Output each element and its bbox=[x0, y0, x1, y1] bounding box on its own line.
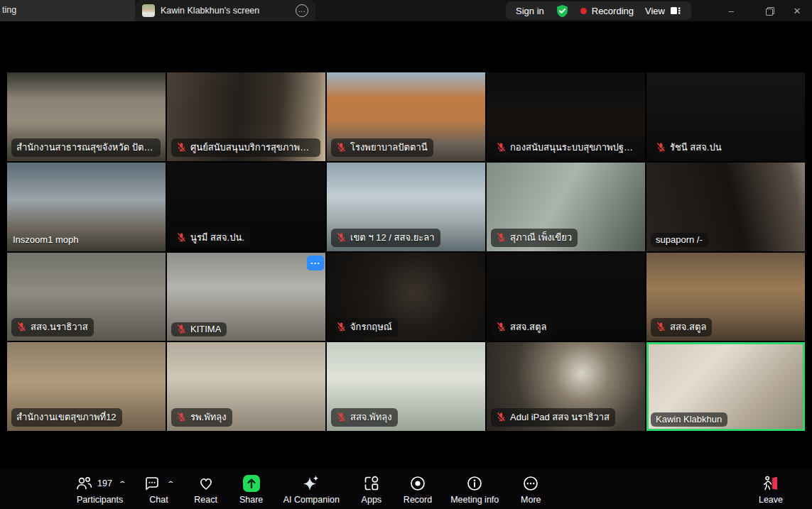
video-tile[interactable]: สำนักงานเขตสุขภาพที่12 bbox=[7, 342, 166, 431]
participant-nameplate: จักรกฤษณ์ bbox=[331, 318, 398, 336]
muted-mic-icon bbox=[176, 324, 187, 334]
muted-mic-icon bbox=[176, 142, 187, 153]
video-tile[interactable]: รพ.พัทลุง bbox=[167, 342, 325, 431]
participant-name: supaporn /- bbox=[656, 234, 703, 245]
video-tile[interactable]: กองสนับสนุนระบบสุขภาพปฐมภูมิ bbox=[487, 72, 645, 161]
participant-nameplate: สำนักงานสาธารณสุขจังหวัด ปัตตานี bbox=[11, 138, 161, 157]
video-tile[interactable]: รัชนี สสจ.ปน bbox=[646, 72, 805, 161]
participant-name: สสจ.สตูล bbox=[510, 319, 546, 334]
muted-mic-icon bbox=[336, 232, 347, 243]
participant-nameplate: รพ.พัทลุง bbox=[171, 408, 232, 427]
participants-button[interactable]: 197 ⌃ Participants bbox=[65, 471, 134, 506]
participant-nameplate: โรงพยาบาลปัตตานี bbox=[331, 138, 433, 157]
heart-icon bbox=[197, 475, 215, 492]
video-tile[interactable]: supaporn /- bbox=[646, 163, 805, 251]
presenter-avatar bbox=[142, 4, 155, 17]
participant-name: สสจ.นราธิวาส bbox=[31, 319, 88, 334]
video-tile[interactable]: สุภาณี เพ็งเขียว bbox=[487, 163, 645, 251]
participant-name: นูรมี สสจ.ปน. bbox=[190, 230, 244, 245]
tab-strip: ting bbox=[0, 0, 135, 21]
video-tile[interactable]: สำนักงานสาธารณสุขจังหวัด ปัตตานี bbox=[7, 72, 166, 161]
participant-name: สำนักงานสาธารณสุขจังหวัด ปัตตานี bbox=[16, 140, 155, 155]
muted-mic-icon bbox=[496, 322, 507, 332]
view-button[interactable]: View bbox=[645, 6, 681, 16]
participants-icon bbox=[75, 476, 93, 491]
video-tile[interactable]: โรงพยาบาลปัตตานี bbox=[327, 72, 485, 161]
view-layout-icon bbox=[670, 6, 681, 16]
video-tile[interactable]: ศูนย์สนับสนุนบริการสุขภาพที่ 12 bbox=[167, 72, 325, 161]
video-tile[interactable]: นูรมี สสจ.ปน. bbox=[167, 163, 325, 251]
participants-count: 197 bbox=[97, 478, 112, 488]
window-minimize-button[interactable]: – bbox=[719, 0, 743, 21]
participant-name: รัชนี สสจ.ปน bbox=[670, 140, 722, 155]
participant-nameplate: สสจ.สตูล bbox=[651, 318, 712, 336]
video-tile[interactable]: สสจ.นราธิวาส bbox=[7, 253, 166, 341]
restore-icon bbox=[766, 7, 773, 14]
share-button[interactable]: Share bbox=[229, 471, 274, 506]
video-tile[interactable]: เขต ฯ 12 / สสจ.ยะลา bbox=[327, 163, 485, 251]
participant-nameplate: สุภาณี เพ็งเขียว bbox=[491, 229, 578, 247]
chat-icon bbox=[144, 475, 161, 492]
participant-name: สสจ.สตูล bbox=[670, 319, 706, 334]
video-tile[interactable]: KITIMA ... bbox=[167, 253, 325, 341]
window-restore-button[interactable] bbox=[757, 0, 781, 21]
muted-mic-icon bbox=[496, 232, 507, 243]
participant-name: สำนักงานเขตสุขภาพที่12 bbox=[16, 410, 117, 425]
video-tile[interactable]: Inszoom1 moph bbox=[7, 163, 166, 251]
video-tile[interactable]: สสจ.สตูล bbox=[646, 253, 805, 341]
muted-mic-icon bbox=[496, 412, 507, 422]
apps-button[interactable]: Apps bbox=[349, 471, 394, 506]
share-screen-icon bbox=[242, 474, 261, 493]
video-tile[interactable]: สสจ.สตูล bbox=[487, 253, 645, 341]
meeting-toolbar: 197 ⌃ Participants ⌃ Chat bbox=[0, 469, 812, 509]
muted-mic-icon bbox=[176, 232, 187, 243]
meeting-info-button[interactable]: Meeting info bbox=[441, 471, 508, 506]
tab-options-icon[interactable]: … bbox=[296, 4, 308, 17]
tile-more-button[interactable]: ... bbox=[307, 256, 324, 270]
video-tile[interactable]: Adul iPad สสจ นราธิวาส bbox=[487, 342, 645, 431]
active-screen-tab[interactable]: Kawin Klabkhun's screen … bbox=[135, 0, 315, 21]
record-button[interactable]: Record bbox=[394, 471, 441, 506]
react-button[interactable]: React bbox=[183, 471, 229, 506]
ai-companion-button[interactable]: AI Companion bbox=[274, 471, 349, 506]
participant-nameplate: Adul iPad สสจ นราธิวาส bbox=[491, 408, 615, 427]
more-ellipsis-icon bbox=[522, 475, 539, 492]
video-tile[interactable]: Kawin Klabkhun bbox=[646, 342, 805, 431]
participant-nameplate: ศูนย์สนับสนุนบริการสุขภาพที่ 12 bbox=[171, 138, 320, 157]
participant-nameplate: KITIMA bbox=[171, 322, 227, 336]
meeting-status-pill: Sign in Recording View bbox=[506, 1, 691, 20]
participant-nameplate: สำนักงานเขตสุขภาพที่12 bbox=[11, 408, 122, 427]
participant-nameplate: Kawin Klabkhun bbox=[651, 412, 727, 427]
more-button[interactable]: More bbox=[508, 471, 553, 506]
chat-menu-chevron[interactable]: ⌃ bbox=[166, 480, 175, 488]
video-tile[interactable]: จักรกฤษณ์ bbox=[327, 253, 485, 341]
record-icon bbox=[409, 475, 426, 492]
title-bar: ting Kawin Klabkhun's screen … Sign in R… bbox=[0, 0, 812, 21]
participant-name: สุภาณี เพ็งเขียว bbox=[510, 230, 572, 245]
leave-button[interactable]: Leave bbox=[748, 471, 794, 506]
recording-indicator: Recording bbox=[580, 6, 634, 16]
sparkle-icon bbox=[302, 475, 320, 492]
window-close-button[interactable]: ✕ bbox=[785, 0, 809, 21]
video-tile[interactable]: สสจ.พัทลุง bbox=[327, 342, 485, 431]
participants-menu-chevron[interactable]: ⌃ bbox=[118, 480, 127, 488]
shield-check-icon bbox=[556, 4, 569, 18]
participant-name: Kawin Klabkhun bbox=[656, 414, 722, 425]
sign-in-button[interactable]: Sign in bbox=[516, 6, 544, 16]
truncated-tab-label: ting bbox=[2, 5, 16, 15]
muted-mic-icon bbox=[336, 412, 347, 422]
muted-mic-icon bbox=[496, 142, 507, 153]
video-grid: สำนักงานสาธารณสุขจังหวัด ปัตตานี ศูนย์สน… bbox=[7, 72, 805, 431]
participant-name: จักรกฤษณ์ bbox=[350, 319, 392, 334]
participant-name: สสจ.พัทลุง bbox=[350, 410, 392, 425]
chat-button[interactable]: ⌃ Chat bbox=[134, 471, 183, 506]
participant-name: เขต ฯ 12 / สสจ.ยะลา bbox=[350, 230, 435, 245]
participant-name: KITIMA bbox=[190, 324, 221, 334]
participant-name: Adul iPad สสจ นราธิวาส bbox=[510, 410, 610, 425]
participant-name: กองสนับสนุนระบบสุขภาพปฐมภูมิ bbox=[510, 140, 634, 155]
leave-door-icon bbox=[762, 475, 780, 492]
participant-nameplate: นูรมี สสจ.ปน. bbox=[171, 229, 250, 247]
participant-nameplate: Inszoom1 moph bbox=[11, 233, 85, 247]
shared-screen-tab-title: Kawin Klabkhun's screen bbox=[161, 6, 290, 16]
info-icon bbox=[466, 475, 483, 492]
